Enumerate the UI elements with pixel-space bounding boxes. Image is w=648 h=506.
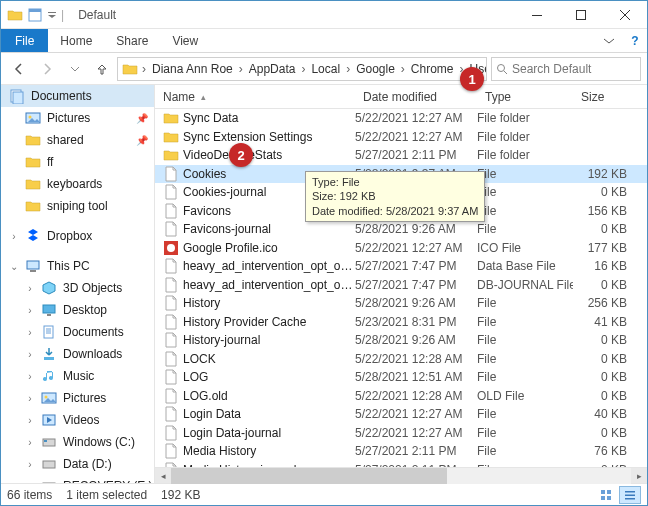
file-row[interactable]: Sync Data5/22/2021 12:27 AMFile folder xyxy=(155,109,647,128)
file-row[interactable]: Sync Extension Settings5/22/2021 12:27 A… xyxy=(155,128,647,147)
file-row[interactable]: Media History-journal5/27/2021 2:11 PMFi… xyxy=(155,461,647,468)
col-name[interactable]: Name▴ xyxy=(155,90,355,104)
expand-icon[interactable]: › xyxy=(25,349,35,360)
file-row[interactable]: LOG5/28/2021 12:51 AMFile0 KB xyxy=(155,368,647,387)
chevron-right-icon[interactable]: › xyxy=(237,62,245,76)
breadcrumb-seg[interactable]: Google xyxy=(354,62,397,76)
expand-icon[interactable]: › xyxy=(25,283,35,294)
sidebar-item[interactable]: ›Downloads xyxy=(1,343,154,365)
maximize-button[interactable] xyxy=(559,1,603,29)
scroll-thumb[interactable] xyxy=(171,468,447,484)
chevron-right-icon[interactable]: › xyxy=(344,62,352,76)
file-date: 5/22/2021 12:27 AM xyxy=(355,111,477,125)
breadcrumb-seg[interactable]: Chrome xyxy=(409,62,456,76)
tab-view[interactable]: View xyxy=(160,29,210,52)
close-button[interactable] xyxy=(603,1,647,29)
minimize-button[interactable] xyxy=(515,1,559,29)
file-row[interactable]: History5/28/2021 9:26 AMFile256 KB xyxy=(155,294,647,313)
file-type: File folder xyxy=(477,111,573,125)
sidebar-item[interactable]: ›Windows (C:) xyxy=(1,431,154,453)
nav-up-button[interactable] xyxy=(91,57,113,81)
qat-properties-icon[interactable] xyxy=(27,7,43,23)
nav-back-button[interactable] xyxy=(7,57,31,81)
sidebar-item[interactable]: ›Data (D:) xyxy=(1,453,154,475)
file-row[interactable]: LOCK5/22/2021 12:28 AMFile0 KB xyxy=(155,350,647,369)
nav-sidebar[interactable]: Documents Pictures📌shared📌ffkeyboardssni… xyxy=(1,85,155,483)
scroll-left-icon[interactable]: ◂ xyxy=(155,468,171,484)
sidebar-item[interactable]: ff xyxy=(1,151,154,173)
sidebar-item[interactable]: Pictures📌 xyxy=(1,107,154,129)
expand-icon[interactable]: › xyxy=(25,393,35,404)
sidebar-item-documents[interactable]: Documents xyxy=(1,85,154,107)
col-type[interactable]: Type xyxy=(477,90,573,104)
sidebar-item-dropbox[interactable]: › Dropbox xyxy=(1,225,154,247)
breadcrumb-seg[interactable]: Local xyxy=(309,62,342,76)
breadcrumb-bar[interactable]: › Diana Ann Roe› AppData› Local› Google›… xyxy=(117,57,487,81)
file-size: 0 KB xyxy=(573,426,645,440)
sidebar-item[interactable]: ›3D Objects xyxy=(1,277,154,299)
sidebar-item[interactable]: ›Desktop xyxy=(1,299,154,321)
sidebar-item[interactable]: ›Music xyxy=(1,365,154,387)
view-large-icons-button[interactable] xyxy=(595,486,617,504)
file-row[interactable]: History-journal5/28/2021 9:26 AMFile0 KB xyxy=(155,331,647,350)
expand-icon[interactable]: › xyxy=(25,327,35,338)
file-row[interactable]: Google Profile.ico5/22/2021 12:27 AMICO … xyxy=(155,239,647,258)
col-date[interactable]: Date modified xyxy=(355,90,477,104)
sidebar-item[interactable]: ›Pictures xyxy=(1,387,154,409)
file-row[interactable]: Login Data-journal5/22/2021 12:27 AMFile… xyxy=(155,424,647,443)
folder-icon xyxy=(25,110,41,126)
file-row[interactable]: heavy_ad_intervention_opt_out.db5/27/202… xyxy=(155,257,647,276)
chevron-right-icon[interactable]: › xyxy=(399,62,407,76)
expand-icon[interactable]: › xyxy=(25,437,35,448)
file-row[interactable]: heavy_ad_intervention_opt_out.db-journal… xyxy=(155,276,647,295)
tab-share[interactable]: Share xyxy=(104,29,160,52)
tab-file[interactable]: File xyxy=(1,29,48,52)
device-icon xyxy=(41,368,57,384)
breadcrumb-seg[interactable]: Diana Ann Roe xyxy=(150,62,235,76)
sidebar-item[interactable]: keyboards xyxy=(1,173,154,195)
expand-icon[interactable]: › xyxy=(25,305,35,316)
expand-icon[interactable]: › xyxy=(9,231,19,242)
sidebar-label: Videos xyxy=(63,413,99,427)
help-button[interactable]: ? xyxy=(623,29,647,52)
file-icon xyxy=(161,351,181,367)
file-row[interactable]: Media History5/27/2021 2:11 PMFile76 KB xyxy=(155,442,647,461)
file-type: DB-JOURNAL File xyxy=(477,278,573,292)
sidebar-item[interactable]: ›Documents xyxy=(1,321,154,343)
file-date: 5/22/2021 12:27 AM xyxy=(355,241,477,255)
file-row[interactable]: Login Data5/22/2021 12:27 AMFile40 KB xyxy=(155,405,647,424)
file-name: Login Data-journal xyxy=(181,426,355,440)
scroll-right-icon[interactable]: ▸ xyxy=(631,468,647,484)
file-date: 5/28/2021 12:51 AM xyxy=(355,370,477,384)
chevron-right-icon[interactable]: › xyxy=(299,62,307,76)
expand-icon[interactable]: › xyxy=(25,371,35,382)
chevron-right-icon[interactable]: › xyxy=(140,62,148,76)
file-date: 5/23/2021 8:31 PM xyxy=(355,315,477,329)
column-headers[interactable]: Name▴ Date modified Type Size xyxy=(155,85,647,109)
breadcrumb-seg[interactable]: AppData xyxy=(247,62,298,76)
file-row[interactable]: Favicons-journal5/28/2021 9:26 AMFile0 K… xyxy=(155,220,647,239)
file-rows[interactable]: Type: File Size: 192 KB Date modified: 5… xyxy=(155,109,647,467)
svg-rect-4 xyxy=(577,10,586,19)
qat-dropdown-icon[interactable] xyxy=(47,7,57,23)
search-input[interactable]: Search Default xyxy=(491,57,641,81)
ribbon-expand-icon[interactable] xyxy=(595,29,623,52)
tab-home[interactable]: Home xyxy=(48,29,104,52)
horizontal-scrollbar[interactable]: ◂ ▸ xyxy=(155,467,647,483)
expand-icon[interactable]: › xyxy=(25,415,35,426)
svg-rect-31 xyxy=(601,490,605,494)
file-row[interactable]: History Provider Cache5/23/2021 8:31 PMF… xyxy=(155,313,647,332)
nav-forward-button[interactable] xyxy=(35,57,59,81)
sidebar-item-thispc[interactable]: ⌄ This PC xyxy=(1,255,154,277)
view-details-button[interactable] xyxy=(619,486,641,504)
sidebar-item[interactable]: shared📌 xyxy=(1,129,154,151)
collapse-icon[interactable]: ⌄ xyxy=(9,261,19,272)
sidebar-item[interactable]: ›Videos xyxy=(1,409,154,431)
nav-recent-dropdown[interactable] xyxy=(63,57,87,81)
folder-icon xyxy=(161,147,181,163)
sidebar-item[interactable]: ›RECOVERY (E:) xyxy=(1,475,154,483)
file-row[interactable]: LOG.old5/22/2021 12:28 AMOLD File0 KB xyxy=(155,387,647,406)
expand-icon[interactable]: › xyxy=(25,459,35,470)
sidebar-item[interactable]: sniping tool xyxy=(1,195,154,217)
col-size[interactable]: Size xyxy=(573,90,633,104)
